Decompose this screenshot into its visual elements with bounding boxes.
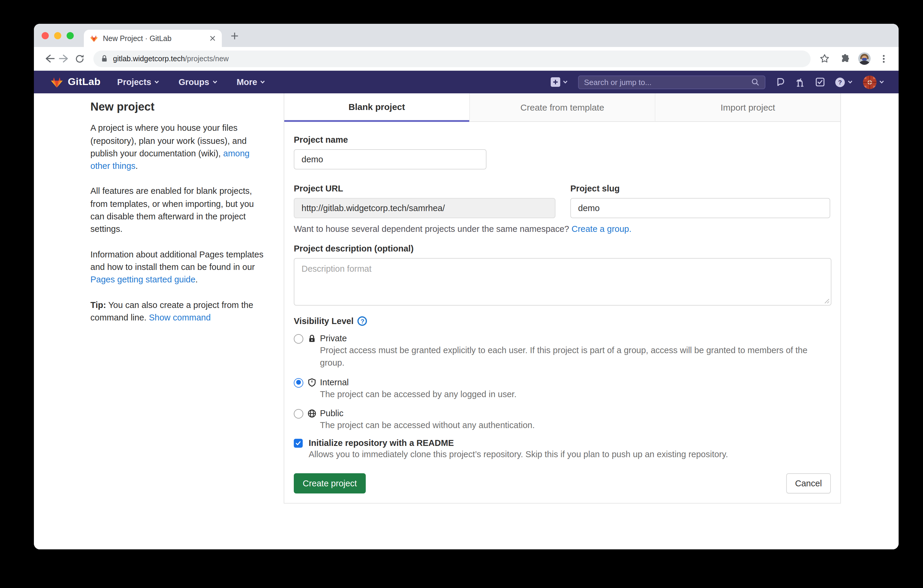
visibility-level-label: Visibility Level <box>294 316 353 326</box>
namespace-hint: Want to house several dependent projects… <box>294 224 831 234</box>
sidebar-help-text: New project A project is where you house… <box>90 100 264 337</box>
visibility-option-public[interactable]: Public The project can be accessed witho… <box>294 409 831 432</box>
project-slug-input[interactable] <box>570 198 830 218</box>
new-tab-button[interactable] <box>230 31 239 40</box>
lock-icon <box>307 334 316 345</box>
project-type-tabs: Blank project Create from template Impor… <box>284 94 840 122</box>
readme-label: Initialize repository with a README <box>309 438 454 448</box>
forward-icon[interactable] <box>56 51 72 66</box>
project-url-input[interactable] <box>294 198 555 218</box>
tab-create-from-template[interactable]: Create from template <box>469 94 655 122</box>
todos-icon[interactable] <box>815 77 825 87</box>
url-path: /projects/new <box>185 54 229 63</box>
sidebar-paragraph-1: A project is where you house your files … <box>90 122 264 173</box>
search-icon <box>751 78 759 86</box>
project-description-label: Project description (optional) <box>294 244 831 253</box>
reload-icon[interactable] <box>72 51 87 66</box>
issues-icon[interactable] <box>775 77 785 87</box>
close-window-button[interactable] <box>42 32 49 39</box>
p1-period: . <box>136 161 138 171</box>
p3-text: Information about additional Pages templ… <box>90 250 263 272</box>
tip-label: Tip: <box>90 300 106 309</box>
url-host: gitlab.widgetcorp.tech <box>113 54 185 63</box>
sidebar-paragraph-2: All features are enabled for blank proje… <box>90 185 264 236</box>
sidebar-paragraph-3: Information about additional Pages templ… <box>90 248 264 286</box>
back-icon[interactable] <box>41 51 56 66</box>
tab-blank-project[interactable]: Blank project <box>284 94 469 122</box>
pages-guide-link[interactable]: Pages getting started guide <box>90 275 195 284</box>
visibility-help-icon[interactable]: ? <box>358 316 367 326</box>
url-bar[interactable]: gitlab.widgetcorp.tech/projects/new <box>94 50 811 67</box>
bookmark-star-icon[interactable] <box>816 51 832 66</box>
sidebar-tip: Tip: You can also create a project from … <box>90 299 264 324</box>
gitlab-favicon-icon <box>90 34 98 42</box>
tab-title: New Project · GitLab <box>103 34 205 43</box>
tab-import-project[interactable]: Import project <box>655 94 840 122</box>
user-avatar <box>863 75 877 89</box>
blank-project-form: Project name Project URL Project slug Wa… <box>284 122 840 493</box>
public-radio[interactable] <box>294 409 303 419</box>
gitlab-logo[interactable]: GitLab <box>51 76 100 88</box>
lock-icon <box>101 55 108 62</box>
search-input[interactable] <box>584 77 751 87</box>
merge-requests-icon[interactable] <box>795 77 805 87</box>
browser-tab[interactable]: New Project · GitLab <box>84 30 222 47</box>
tanuki-icon <box>51 76 63 88</box>
private-radio[interactable] <box>294 334 303 344</box>
readme-description: Allows you to immediately clone this pro… <box>309 450 831 459</box>
readme-option[interactable]: Initialize repository with a README <box>294 438 831 448</box>
p3-period: . <box>195 275 198 284</box>
internal-radio[interactable] <box>294 378 303 388</box>
new-menu-dropdown[interactable] <box>551 77 568 87</box>
public-label: Public <box>320 409 535 418</box>
plus-square-icon <box>551 77 560 87</box>
user-menu-dropdown[interactable] <box>863 75 884 89</box>
url-text: gitlab.widgetcorp.tech/projects/new <box>113 54 229 63</box>
browser-tabstrip: New Project · GitLab <box>34 24 898 47</box>
visibility-option-private[interactable]: Private Project access must be granted e… <box>294 333 831 370</box>
private-label: Private <box>320 333 826 343</box>
nav-groups-label: Groups <box>179 77 209 87</box>
traffic-lights <box>42 32 74 39</box>
chevron-down-icon <box>847 80 853 84</box>
private-description: Project access must be granted explicitl… <box>320 344 826 370</box>
nav-more-label: More <box>237 77 257 87</box>
chevron-down-icon <box>563 80 568 84</box>
nav-projects-menu[interactable]: Projects <box>117 77 159 87</box>
tab-close-icon[interactable] <box>209 35 216 42</box>
gitlab-navbar: GitLab Projects Groups More <box>34 71 898 94</box>
browser-window: New Project · GitLab <box>34 24 898 549</box>
chevron-down-icon <box>879 80 884 84</box>
navbar-menus: Projects Groups More <box>117 77 266 87</box>
nav-projects-label: Projects <box>117 77 151 87</box>
project-description-textarea[interactable] <box>294 258 831 305</box>
project-name-input[interactable] <box>294 149 486 169</box>
browser-toolbar: gitlab.widgetcorp.tech/projects/new <box>34 47 898 71</box>
show-command-link[interactable]: Show command <box>149 313 211 322</box>
chevron-down-icon <box>154 80 160 84</box>
readme-checkbox[interactable] <box>294 439 303 448</box>
visibility-option-internal[interactable]: Internal The project can be accessed by … <box>294 377 831 401</box>
screen: New Project · GitLab <box>0 0 923 588</box>
shield-icon <box>307 378 316 389</box>
browser-menu-kebab-icon[interactable] <box>876 51 892 66</box>
browser-profile-avatar[interactable] <box>858 52 870 65</box>
internal-label: Internal <box>320 377 517 387</box>
nav-more-menu[interactable]: More <box>237 77 266 87</box>
public-description: The project can be accessed without any … <box>320 419 535 432</box>
chevron-down-icon <box>212 80 218 84</box>
create-a-group-link[interactable]: Create a group. <box>572 224 632 234</box>
nav-groups-menu[interactable]: Groups <box>179 77 218 87</box>
zoom-window-button[interactable] <box>67 32 74 39</box>
internal-description: The project can be accessed by any logge… <box>320 388 517 401</box>
page-content: New project A project is where you house… <box>34 94 898 549</box>
minimize-window-button[interactable] <box>54 32 61 39</box>
global-search[interactable] <box>578 75 765 89</box>
create-project-button[interactable]: Create project <box>294 473 366 493</box>
extensions-puzzle-icon[interactable] <box>838 51 853 66</box>
help-menu-dropdown[interactable]: ? <box>835 77 853 87</box>
cancel-button[interactable]: Cancel <box>786 473 831 493</box>
project-name-label: Project name <box>294 135 831 145</box>
namespace-hint-text: Want to house several dependent projects… <box>294 224 572 234</box>
new-project-panel: Blank project Create from template Impor… <box>284 94 841 504</box>
